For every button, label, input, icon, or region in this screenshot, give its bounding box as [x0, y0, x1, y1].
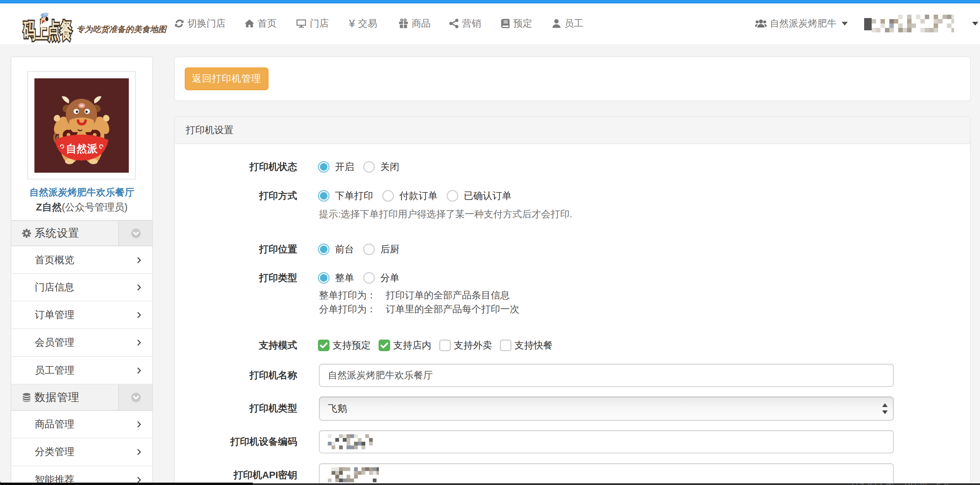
svg-text:自然派: 自然派	[66, 143, 98, 154]
